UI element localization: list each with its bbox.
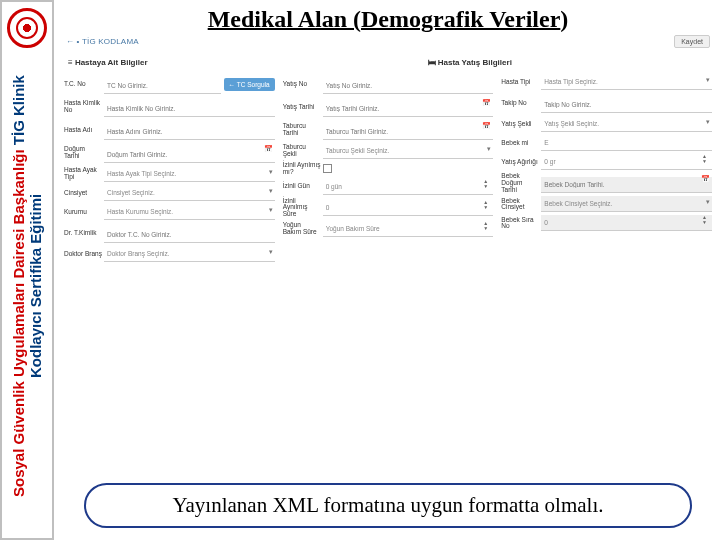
ysekli-select[interactable]: Yatış Şekli Seçiniz. xyxy=(541,116,712,132)
ayr-checkbox[interactable] xyxy=(323,164,332,173)
bsira-value[interactable]: 0 xyxy=(541,215,712,231)
footer-note: Yayınlanan XML formatına uygun formatta … xyxy=(84,483,692,528)
lbl-bdt: Bebek Doğum Tarihi xyxy=(501,173,541,193)
tc-query-button[interactable]: ← TC Sorgula xyxy=(224,78,275,91)
hadi-input[interactable] xyxy=(104,124,275,140)
dt-input[interactable] xyxy=(104,147,275,163)
lbl-tabs: Taburcu Şekli xyxy=(283,144,323,158)
calendar-icon[interactable]: 📅 xyxy=(482,99,491,107)
lbl-yatist: Yatış Tarihi xyxy=(283,104,323,111)
sidebar: Sosyal Güvenlik Uygulamaları Dairesi Baş… xyxy=(0,0,54,540)
calendar-icon[interactable]: 📅 xyxy=(264,145,273,153)
row-ysekli: Yatış Şekli Yatış Şekli Seçiniz.▾ xyxy=(501,116,712,132)
row-takipno: Takip No xyxy=(501,93,712,113)
bcins-select[interactable]: Bebek Cinsiyet Seçiniz. xyxy=(541,196,712,212)
toolbar: ← • TİG KODLAMA Kaydet xyxy=(60,35,716,52)
chevron-down-icon: ▾ xyxy=(706,198,710,206)
aynilmis-value[interactable]: 0 xyxy=(323,200,494,216)
bdt-input[interactable] xyxy=(541,177,712,193)
lbl-ybs: Yoğun Bakım Süre xyxy=(283,222,323,236)
lbl-takipno: Takip No xyxy=(501,100,541,107)
col-visit-right: Hasta Tipi Hasta Tipi Seçiniz.▾ Takip No… xyxy=(501,71,712,265)
row-tcno: T.C. No ← TC Sorgula xyxy=(64,74,275,94)
row-bebek: Bebek mi E xyxy=(501,135,712,151)
yatist-input[interactable] xyxy=(323,101,494,117)
ayak-select[interactable]: Hasta Ayak Tipi Seçiniz. xyxy=(104,166,275,182)
chevron-down-icon: ▾ xyxy=(269,206,273,214)
chevron-down-icon: ▾ xyxy=(706,118,710,126)
col-patient: T.C. No ← TC Sorgula Hasta Kimlik No Has… xyxy=(64,71,275,265)
row-hadi: Hasta Adı xyxy=(64,120,275,140)
lbl-bebek: Bebek mi xyxy=(501,140,541,147)
lbl-tcno: T.C. No xyxy=(64,81,104,88)
spin-icon[interactable]: ▲▼ xyxy=(702,154,710,164)
drtc-input[interactable] xyxy=(104,227,275,243)
cins-select[interactable]: Cinsiyet Seçiniz. xyxy=(104,185,275,201)
lbl-yatisno: Yatış No xyxy=(283,81,323,88)
row-bcins: Bebek Cinsiyet Bebek Cinsiyet Seçiniz.▾ xyxy=(501,196,712,212)
save-button[interactable]: Kaydet xyxy=(674,35,710,48)
calendar-icon[interactable]: 📅 xyxy=(482,122,491,130)
lbl-yagir: Yatış Ağırlığı xyxy=(501,159,541,166)
yagir-value[interactable]: 0 gr xyxy=(541,154,712,170)
lbl-hkimlik: Hasta Kimlik No xyxy=(64,100,104,114)
chevron-down-icon: ▾ xyxy=(269,168,273,176)
row-bsira: Bebek Sıra No 0▲▼ xyxy=(501,215,712,231)
tcno-input[interactable] xyxy=(104,78,221,94)
row-ayr: İzinli Ayrılmış mı? xyxy=(283,162,494,176)
row-ayak: Hasta Ayak Tipi Hasta Ayak Tipi Seçiniz.… xyxy=(64,166,275,182)
lbl-cins: Cinsiyet xyxy=(64,190,104,197)
row-drbrans: Doktor Branş Doktor Branş Seçiniz.▾ xyxy=(64,246,275,262)
sidebar-line1: Sosyal Güvenlik Uygulamaları Dairesi Baş… xyxy=(10,149,27,497)
tabs-select[interactable]: Taburcu Şekli Seçiniz. xyxy=(323,143,494,159)
row-tabs: Taburcu Şekli Taburcu Şekli Seçiniz.▾ xyxy=(283,143,494,159)
chevron-down-icon: ▾ xyxy=(487,145,491,153)
row-kurum: Kurumu Hasta Kurumu Seçiniz.▾ xyxy=(64,204,275,220)
row-yatisno: Yatış No xyxy=(283,74,494,94)
lbl-tabt: Taburcu Tarihi xyxy=(283,123,323,137)
ministry-logo xyxy=(7,8,47,48)
sidebar-text: Sosyal Güvenlik Uygulamaları Dairesi Baş… xyxy=(11,56,44,516)
section-headers: ≡ Hastaya Ait Bilgiler 🛏 Hasta Yatış Bil… xyxy=(60,52,716,71)
main-area: Medikal Alan (Demografik Veriler) ← • Tİ… xyxy=(60,0,716,540)
drbrans-select[interactable]: Doktor Branş Seçiniz. xyxy=(104,246,275,262)
row-ybs: Yoğun Bakım Süre Yoğun Bakım Süre▲▼ xyxy=(283,221,494,237)
row-izin: İzinli Gün 0 gün▲▼ xyxy=(283,179,494,195)
hkimlik-input[interactable] xyxy=(104,101,275,117)
title-rest: ) xyxy=(560,6,568,32)
takipno-input[interactable] xyxy=(541,97,712,113)
lbl-ayak: Hasta Ayak Tipi xyxy=(64,167,104,181)
chevron-down-icon: ▾ xyxy=(706,76,710,84)
row-htipi: Hasta Tipi Hasta Tipi Seçiniz.▾ xyxy=(501,74,712,90)
lbl-htipi: Hasta Tipi xyxy=(501,79,541,86)
spin-icon[interactable]: ▲▼ xyxy=(483,221,491,231)
row-bdt: Bebek Doğum Tarihi 📅 xyxy=(501,173,712,193)
section-visit: 🛏 Hasta Yatış Bilgileri xyxy=(428,58,512,67)
calendar-icon[interactable]: 📅 xyxy=(701,175,710,183)
title-underlined: Medikal Alan (Demografik Veriler xyxy=(208,6,561,32)
row-dt: Doğum Tarihi 📅 xyxy=(64,143,275,163)
col-visit-left: Yatış No Yatış Tarihi 📅 Taburcu Tarihi 📅… xyxy=(283,71,494,265)
ybs-value[interactable]: Yoğun Bakım Süre xyxy=(323,221,494,237)
yatisno-input[interactable] xyxy=(323,78,494,94)
izin-value[interactable]: 0 gün xyxy=(323,179,494,195)
bebek-value[interactable]: E xyxy=(541,135,712,151)
brand-text: ← • TİG KODLAMA xyxy=(66,37,139,46)
lbl-bcins: Bebek Cinsiyet xyxy=(501,198,541,212)
row-yatist: Yatış Tarihi 📅 xyxy=(283,97,494,117)
lbl-ysekli: Yatış Şekli xyxy=(501,121,541,128)
lbl-drtc: Dr. T.Kimlik xyxy=(64,230,104,237)
kurum-select[interactable]: Hasta Kurumu Seçiniz. xyxy=(104,204,275,220)
lbl-bsira: Bebek Sıra No xyxy=(501,217,541,231)
tabt-input[interactable] xyxy=(323,124,494,140)
section-patient: ≡ Hastaya Ait Bilgiler xyxy=(68,58,148,67)
htipi-select[interactable]: Hasta Tipi Seçiniz. xyxy=(541,74,712,90)
row-cins: Cinsiyet Cinsiyet Seçiniz.▾ xyxy=(64,185,275,201)
spin-icon[interactable]: ▲▼ xyxy=(483,200,491,210)
chevron-down-icon: ▾ xyxy=(269,187,273,195)
row-aynilmis: İzinli Aynılmış Süre 0▲▼ xyxy=(283,198,494,218)
row-yagir: Yatış Ağırlığı 0 gr▲▼ xyxy=(501,154,712,170)
spin-icon[interactable]: ▲▼ xyxy=(702,215,710,225)
lbl-hadi: Hasta Adı xyxy=(64,127,104,134)
spin-icon[interactable]: ▲▼ xyxy=(483,179,491,189)
